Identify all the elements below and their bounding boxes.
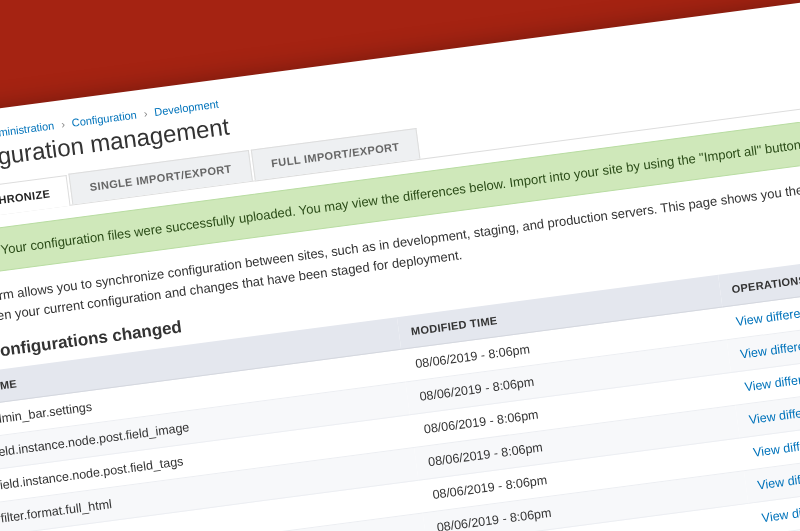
view-differences-link[interactable]: View differences [757,467,800,493]
breadcrumb-sep: › [143,107,148,119]
tab-synchronize[interactable]: SYNCHRONIZE [0,175,71,222]
app-window: Home › Administration › Configuration › … [0,0,800,531]
tab-single-import-export[interactable]: SINGLE IMPORT/EXPORT [69,150,253,204]
view-differences-link[interactable]: View differences [735,303,800,329]
view-differences-link[interactable]: View differences [748,401,800,427]
view-differences-link[interactable]: View differences [744,368,800,394]
breadcrumb-sep: › [60,118,65,130]
view-differences-link[interactable]: View differences [761,499,800,525]
view-differences-link[interactable]: View differences [752,434,800,460]
tab-full-import-export[interactable]: FULL IMPORT/EXPORT [250,128,420,181]
view-differences-link[interactable]: View differences [739,336,800,362]
